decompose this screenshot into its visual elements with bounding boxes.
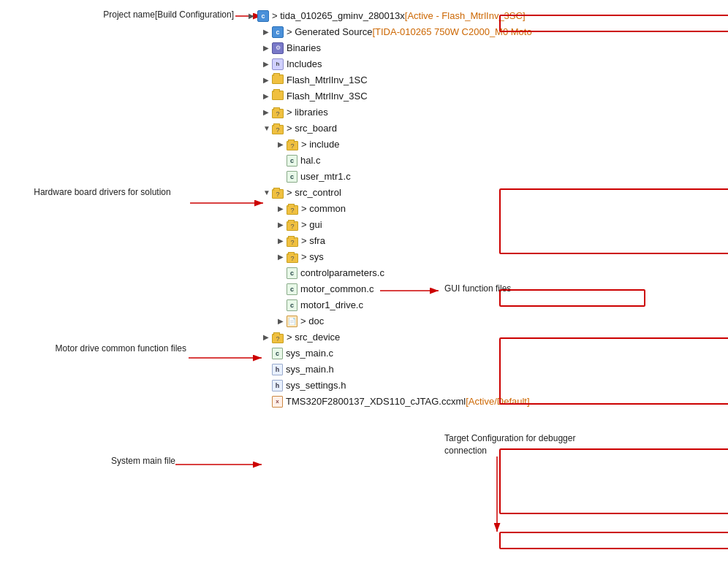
tree-label-sys_main_c: sys_main.c [286,348,333,359]
tree-container: ▶c > tida_010265_gminv_280013x [Active -… [249,7,658,409]
tree-label-motor_common_c: motor_common.c [300,283,374,294]
tree-item-controlparameters_c[interactable]: ccontrolparameters.c [249,264,658,280]
tree-label-sys: > sys [301,251,324,262]
tree-icon-binaries: ⚙ [272,41,284,54]
highlight-sys-main [499,448,728,514]
tree-icon-flash1sc [272,74,284,85]
tree-arrow-src_board: ▼ [263,124,272,132]
tree-item-src_control[interactable]: ▼? > src_control [249,184,658,200]
tree-icon-flash3sc [272,90,284,102]
tree-arrow-flash1sc: ▶ [263,76,272,84]
tree-label-gui: > gui [301,219,322,230]
tree-icon-sys: ? [287,251,298,262]
tree-label-hal_c: hal.c [300,155,320,166]
tree-area: ▶c > tida_010265_gminv_280013x [Active -… [249,7,658,409]
tree-label-flash3sc: Flash_MtrlInv_3SC [287,91,368,102]
tree-label-user_mtr1_c: user_mtr1.c [300,171,351,182]
tree-item-common[interactable]: ▶? > common [249,200,658,216]
tree-label-include: > include [301,139,339,150]
tree-icon-root: c [257,9,269,22]
tree-arrow-gui: ▶ [278,221,287,229]
tree-icon-controlparameters_c: c [287,267,297,279]
tree-label2-gen-source: [TIDA-010265 750W C2000_M0 Moto [372,26,531,37]
tree-label-binaries: Binaries [287,42,321,53]
tree-label-controlparameters_c: controlparameters.c [300,267,384,278]
tree-label-common: > common [301,203,346,214]
tree-arrow-includes: ▶ [263,60,272,68]
tree-arrow-common: ▶ [278,205,287,213]
main-container: Project name[Build Configuration] Hardwa… [0,0,728,577]
tree-item-flash3sc[interactable]: ▶Flash_MtrlInv_3SC [249,88,658,104]
tree-item-sys[interactable]: ▶? > sys [249,248,658,264]
tree-icon-user_mtr1_c: c [287,170,297,183]
tree-label-doc: > doc [300,316,324,326]
tree-arrow-binaries: ▶ [263,44,272,52]
tree-arrow-include: ▶ [278,140,287,148]
tree-label-includes: Includes [287,58,322,69]
tree-icon-includes: h [272,57,284,70]
tree-icon-gui: ? [287,219,298,230]
tree-label-gen-source: > Generated Source [287,26,372,37]
tree-item-motor_common_c[interactable]: cmotor_common.c [249,280,658,297]
tree-item-sys_main_c[interactable]: csys_main.c [249,345,658,361]
annotation-motor-drive: Motor drive common function files [4,343,186,354]
tree-label2-ccxml: [Active/Default] [466,396,529,407]
tree-label-sys_main_h: sys_main.h [286,364,334,375]
tree-item-root[interactable]: ▶c > tida_010265_gminv_280013x [Active -… [249,7,658,23]
tree-item-sys_main_h[interactable]: hsys_main.h [249,361,658,377]
tree-item-binaries[interactable]: ▶⚙Binaries [249,39,658,56]
tree-icon-ccxml: x [272,394,283,408]
annotation-project-name: Project name[Build Configuration] [7,9,234,20]
tree-label-flash1sc: Flash_MtrlInv_1SC [287,74,368,85]
tree-item-gen-source[interactable]: ▶c > Generated Source [TIDA-010265 750W … [249,23,658,39]
tree-arrow-src_device: ▶ [263,333,272,341]
tree-icon-common: ? [287,203,298,214]
tree-item-sfra[interactable]: ▶? > sfra [249,232,658,248]
tree-label-sfra: > sfra [301,235,325,246]
tree-label-src_board: > src_board [287,123,337,134]
tree-icon-motor1_drive_c: c [287,299,297,311]
tree-item-src_board[interactable]: ▼? > src_board [249,120,658,136]
tree-icon-src_device: ? [272,332,284,343]
tree-icon-libraries: ? [272,107,284,118]
tree-label-libraries: > libraries [287,107,328,118]
tree-icon-sys_settings_h: h [272,379,283,391]
tree-arrow-flash3sc: ▶ [263,92,272,100]
tree-icon-gen-source: c [272,26,284,38]
tree-arrow-src_control: ▼ [263,188,272,196]
tree-icon-sfra: ? [287,235,298,246]
tree-icon-include: ? [287,139,298,150]
tree-label2-root: [Active - Flash_MtrlInv_3SC] [405,10,526,21]
tree-item-gui[interactable]: ▶? > gui [249,216,658,232]
annotation-hardware-board: Hardware board drivers for solution [22,187,183,197]
tree-icon-sys_main_c: c [272,347,283,359]
tree-icon-hal_c: c [287,154,297,167]
tree-item-includes[interactable]: ▶hIncludes [249,56,658,72]
tree-item-flash1sc[interactable]: ▶Flash_MtrlInv_1SC [249,72,658,88]
tree-arrow-libraries: ▶ [263,108,272,116]
tree-label-motor1_drive_c: motor1_drive.c [300,299,363,310]
tree-item-libraries[interactable]: ▶? > libraries [249,104,658,120]
tree-icon-src_control: ? [272,187,284,198]
tree-item-motor1_drive_c[interactable]: cmotor1_drive.c [249,297,658,313]
tree-label-root: > tida_010265_gminv_280013x [272,10,405,21]
tree-item-src_device[interactable]: ▶? > src_device [249,329,658,345]
tree-arrow-sys: ▶ [278,253,287,261]
tree-item-hal_c[interactable]: chal.c [249,152,658,168]
tree-icon-src_board: ? [272,123,284,134]
highlight-ccxml [499,532,728,549]
tree-label-src_control: > src_control [287,187,341,198]
tree-item-sys_settings_h[interactable]: hsys_settings.h [249,377,658,393]
tree-icon-motor_common_c: c [287,283,297,295]
tree-item-include[interactable]: ▶? > include [249,136,658,152]
tree-label-src_device: > src_device [287,332,340,343]
tree-arrow-sfra: ▶ [278,237,287,245]
annotation-system-main: System main file [22,456,175,466]
annotation-target-config: Target Configuration for debugger connec… [444,432,605,457]
tree-item-doc[interactable]: ▶📄 > doc [249,313,658,329]
tree-icon-sys_main_h: h [272,363,283,375]
tree-arrow-doc: ▶ [278,317,287,325]
tree-item-user_mtr1_c[interactable]: cuser_mtr1.c [249,168,658,184]
tree-item-ccxml[interactable]: xTMS320F2800137_XDS110_cJTAG.ccxml [Acti… [249,393,658,409]
tree-label-sys_settings_h: sys_settings.h [286,380,346,391]
